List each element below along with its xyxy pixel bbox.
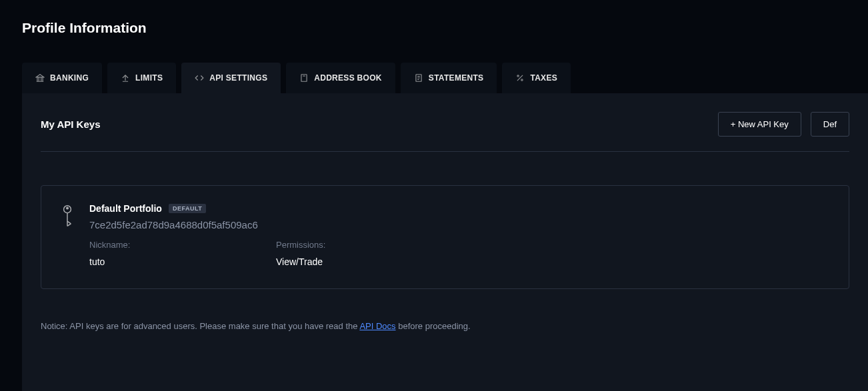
portfolio-name: Default Portfolio	[89, 203, 162, 214]
page-title: Profile Information	[0, 0, 868, 36]
tab-statements[interactable]: STATEMENTS	[401, 63, 497, 93]
tabs: BANKING LIMITS API SETTINGS ADDRESS BOOK…	[0, 36, 868, 93]
tab-label: ADDRESS BOOK	[314, 73, 382, 83]
api-key-value: 7ce2d5fe2ad78d9a4688d0f5af509ac6	[89, 219, 830, 230]
tab-label: API SETTINGS	[209, 73, 267, 83]
tab-api-settings[interactable]: API SETTINGS	[181, 63, 281, 93]
tab-banking[interactable]: BANKING	[22, 63, 102, 93]
api-docs-link[interactable]: API Docs	[359, 321, 395, 331]
new-api-key-button[interactable]: + New API Key	[718, 112, 801, 137]
api-key-body: Default Portfolio DEFAULT 7ce2d5fe2ad78d…	[89, 203, 830, 267]
upload-icon	[121, 73, 130, 83]
tab-address-book[interactable]: ADDRESS BOOK	[286, 63, 395, 93]
panel-header: My API Keys + New API Key Def	[41, 112, 849, 152]
svg-point-3	[521, 79, 523, 81]
svg-point-5	[67, 207, 69, 209]
nickname-col: Nickname: tuto	[89, 240, 196, 267]
notice-suffix: before proceeding.	[396, 321, 471, 331]
tab-taxes[interactable]: TAXES	[502, 63, 571, 93]
svg-rect-0	[301, 75, 307, 82]
tab-label: TAXES	[530, 73, 557, 83]
permissions-value: View/Trade	[276, 256, 383, 267]
tab-label: BANKING	[50, 73, 89, 83]
panel-title: My API Keys	[41, 119, 100, 130]
book-icon	[299, 73, 309, 83]
nickname-value: tuto	[89, 256, 196, 267]
percent-icon	[515, 73, 525, 83]
default-portfolio-button[interactable]: Def	[811, 112, 849, 137]
permissions-label: Permissions:	[276, 240, 383, 250]
notice-text: Notice: API keys are for advanced users.…	[41, 321, 849, 331]
notice-prefix: Notice: API keys are for advanced users.…	[41, 321, 359, 331]
svg-point-2	[517, 75, 519, 77]
default-badge: DEFAULT	[169, 204, 206, 213]
tab-limits[interactable]: LIMITS	[107, 63, 176, 93]
api-settings-panel: My API Keys + New API Key Def Default Po…	[22, 93, 868, 391]
nickname-label: Nickname:	[89, 240, 196, 250]
code-icon	[195, 73, 204, 83]
permissions-col: Permissions: View/Trade	[276, 240, 383, 267]
document-icon	[414, 73, 423, 83]
bank-icon	[35, 73, 45, 83]
panel-actions: + New API Key Def	[718, 112, 849, 137]
api-key-title-row: Default Portfolio DEFAULT	[89, 203, 830, 214]
api-key-meta: Nickname: tuto Permissions: View/Trade	[89, 240, 830, 267]
tab-label: LIMITS	[135, 73, 163, 83]
key-icon	[60, 203, 75, 267]
api-key-card: Default Portfolio DEFAULT 7ce2d5fe2ad78d…	[41, 185, 849, 289]
tab-label: STATEMENTS	[429, 73, 484, 83]
